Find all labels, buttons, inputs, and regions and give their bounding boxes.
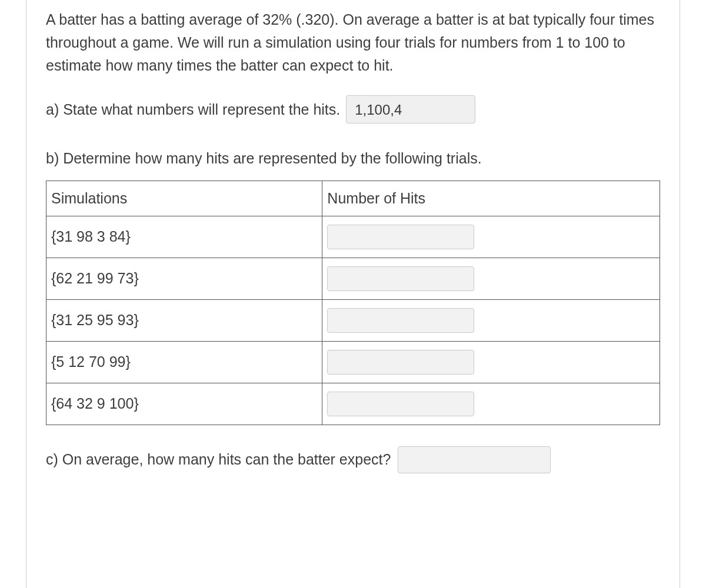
sim-cell: {31 25 95 93}	[46, 299, 322, 341]
table-row: {31 98 3 84}	[46, 216, 660, 258]
part-a-label: a) State what numbers will represent the…	[46, 98, 340, 121]
header-simulations: Simulations	[46, 181, 322, 216]
part-b-label: b) Determine how many hits are represent…	[46, 147, 660, 170]
hits-input-3[interactable]	[327, 350, 474, 375]
hits-input-1[interactable]	[327, 266, 474, 291]
part-c-row: c) On average, how many hits can the bat…	[46, 446, 660, 473]
table-row: {64 32 9 100}	[46, 383, 660, 425]
hits-cell	[322, 258, 660, 299]
sim-cell: {62 21 99 73}	[46, 258, 322, 299]
hits-cell	[322, 341, 660, 383]
left-rule	[26, 0, 26, 588]
sim-cell: {64 32 9 100}	[46, 383, 322, 425]
part-a-row: a) State what numbers will represent the…	[46, 95, 660, 123]
table-row: {31 25 95 93}	[46, 299, 660, 341]
hits-cell	[322, 383, 660, 425]
right-rule	[680, 0, 680, 588]
content-area: A batter has a batting average of 32% (.…	[46, 8, 660, 473]
table-row: {62 21 99 73}	[46, 258, 660, 299]
part-c-input[interactable]	[398, 446, 551, 473]
part-c-label: c) On average, how many hits can the bat…	[46, 448, 391, 471]
hits-input-2[interactable]	[327, 308, 474, 333]
table-row: {5 12 70 99}	[46, 341, 660, 383]
part-a-input[interactable]: 1,100,4	[346, 95, 475, 123]
page-container: A batter has a batting average of 32% (.…	[0, 0, 706, 588]
hits-cell	[322, 216, 660, 258]
hits-cell	[322, 299, 660, 341]
hits-input-0[interactable]	[327, 225, 474, 249]
hits-input-4[interactable]	[327, 392, 474, 416]
table-header-row: Simulations Number of Hits	[46, 181, 660, 216]
problem-statement: A batter has a batting average of 32% (.…	[46, 8, 660, 76]
simulation-table: Simulations Number of Hits {31 98 3 84} …	[46, 181, 660, 425]
sim-cell: {31 98 3 84}	[46, 216, 322, 258]
sim-cell: {5 12 70 99}	[46, 341, 322, 383]
header-hits: Number of Hits	[322, 181, 660, 216]
